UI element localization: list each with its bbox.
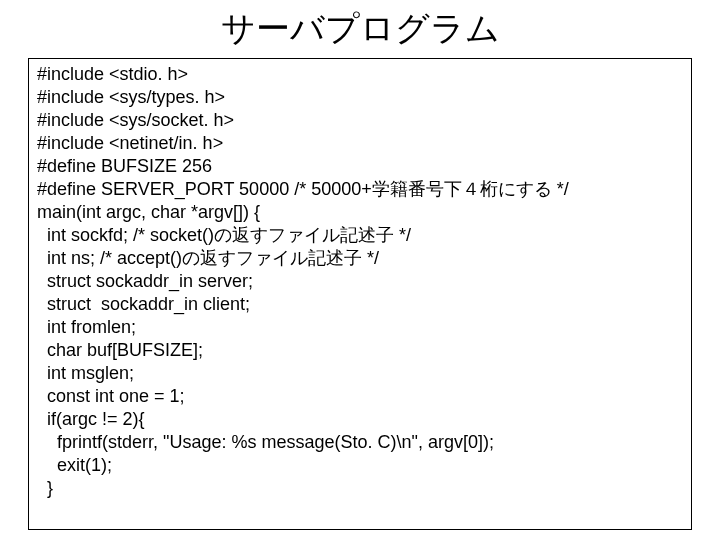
code-line: #include <netinet/in. h> (37, 132, 683, 155)
code-line: char buf[BUFSIZE]; (37, 339, 683, 362)
code-line: int msglen; (37, 362, 683, 385)
code-box: #include <stdio. h> #include <sys/types.… (28, 58, 692, 530)
code-line: main(int argc, char *argv[]) { (37, 201, 683, 224)
code-line: const int one = 1; (37, 385, 683, 408)
code-line: int ns; /* accept()の返すファイル記述子 */ (37, 247, 683, 270)
code-line: #define BUFSIZE 256 (37, 155, 683, 178)
slide: サーバプログラム #include <stdio. h> #include <s… (0, 6, 720, 540)
code-line: #define SERVER_PORT 50000 /* 50000+学籍番号下… (37, 178, 683, 201)
code-line: int fromlen; (37, 316, 683, 339)
code-line: fprintf(stderr, "Usage: %s message(Sto. … (37, 431, 683, 454)
code-line: exit(1); (37, 454, 683, 477)
code-line: #include <stdio. h> (37, 63, 683, 86)
code-line: } (37, 477, 683, 500)
code-line: if(argc != 2){ (37, 408, 683, 431)
slide-title: サーバプログラム (0, 6, 720, 52)
code-line: struct sockaddr_in client; (37, 293, 683, 316)
code-line: int sockfd; /* socket()の返すファイル記述子 */ (37, 224, 683, 247)
code-line: #include <sys/types. h> (37, 86, 683, 109)
code-line: struct sockaddr_in server; (37, 270, 683, 293)
code-line: #include <sys/socket. h> (37, 109, 683, 132)
